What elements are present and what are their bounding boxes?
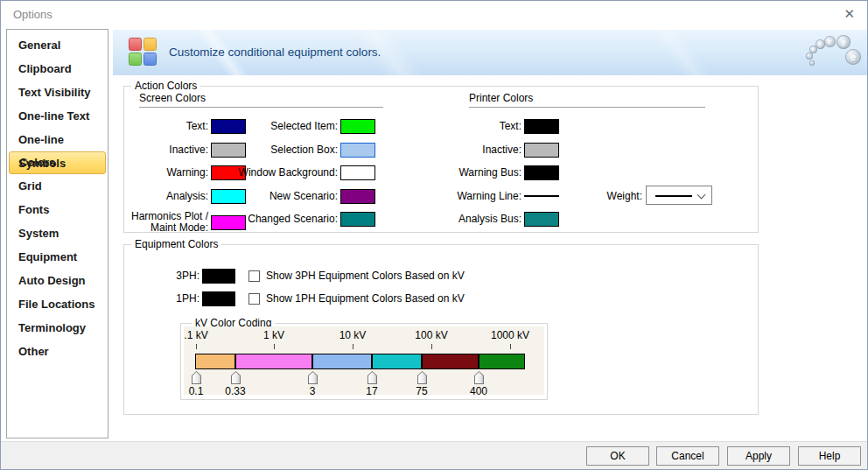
printer-row-warning-bus: Warning Bus: bbox=[448, 165, 559, 180]
sidebar-item-general[interactable]: General bbox=[7, 33, 108, 57]
screen-label-analysis: Analysis: bbox=[124, 191, 208, 202]
kv-marker-value-0-33: 0.33 bbox=[218, 385, 253, 397]
window-title: Options bbox=[13, 8, 52, 21]
kv-segment-5 bbox=[423, 354, 480, 368]
weight-label: Weight: bbox=[596, 190, 642, 202]
sidebar-item-one-line-text[interactable]: One-line Text bbox=[7, 104, 108, 128]
checkbox-show-1ph-equipment-colors-based-on-kv[interactable] bbox=[248, 293, 260, 305]
equipment-label-3ph: 3PH: bbox=[124, 270, 200, 282]
weight-dropdown[interactable] bbox=[646, 186, 712, 205]
sidebar-item-fonts[interactable]: Fonts bbox=[7, 198, 108, 221]
printer-colors-divider bbox=[469, 107, 705, 108]
checkbox-label-show-1ph-equipment-colors-based-on-kv: Show 1PH Equipment Colors Based on kV bbox=[266, 292, 465, 305]
e-bubble-icon bbox=[806, 53, 813, 60]
kv-marker-value-0-1: 0.1 bbox=[178, 385, 214, 397]
screen-row-new-scenario: New Scenario: bbox=[228, 188, 375, 204]
warning-line-sample bbox=[524, 195, 559, 197]
screen-label-new-scenario: New Scenario: bbox=[228, 191, 338, 202]
sidebar-item-grid[interactable]: Grid bbox=[7, 174, 108, 198]
apply-button[interactable]: Apply bbox=[727, 446, 790, 466]
sidebar-item-text-visibility[interactable]: Text Visibility bbox=[7, 81, 108, 104]
sidebar-item-file-locations[interactable]: File Locations bbox=[7, 292, 108, 316]
sidebar-item-equipment[interactable]: Equipment bbox=[7, 245, 108, 269]
kv-axis-tick bbox=[274, 344, 275, 349]
amber-square-icon bbox=[144, 38, 157, 51]
sidebar-item-other[interactable]: Other bbox=[7, 340, 108, 363]
kv-segment-4 bbox=[373, 354, 423, 368]
cancel-button[interactable]: Cancel bbox=[656, 446, 719, 466]
kv-marker-0-1[interactable] bbox=[192, 371, 201, 384]
sidebar-item-one-line-symbols[interactable]: One-line Symbols bbox=[7, 128, 108, 151]
screen-swatch-window-background[interactable] bbox=[340, 165, 375, 180]
e-bubble-icon: e bbox=[845, 49, 861, 65]
kv-marker-3[interactable] bbox=[308, 371, 318, 384]
sidebar-item-clipboard[interactable]: Clipboard bbox=[7, 57, 108, 81]
screen-swatch-selected-item[interactable] bbox=[340, 119, 375, 134]
kv-segment-1 bbox=[196, 354, 236, 368]
screen-label-selection-box: Selection Box: bbox=[228, 144, 338, 156]
printer-swatch-text[interactable] bbox=[524, 119, 559, 134]
kv-marker-value-400: 400 bbox=[461, 385, 496, 397]
printer-colors-heading: Printer Colors bbox=[469, 92, 533, 104]
banner-streak bbox=[638, 30, 735, 75]
screen-row-selected-item: Selected Item: bbox=[228, 118, 375, 134]
screen-label-harmonics-plot-maint-mode: Harmonics Plot / Maint Mode: bbox=[124, 211, 208, 234]
blue-square-icon bbox=[144, 53, 157, 66]
equipment-swatch-3ph[interactable] bbox=[202, 269, 235, 284]
printer-row-inactive: Inactive: bbox=[448, 142, 559, 158]
screen-colors-divider bbox=[139, 107, 383, 108]
sidebar: GeneralClipboardText VisibilityOne-line … bbox=[6, 29, 108, 438]
e-bubble-icon: e bbox=[836, 35, 850, 49]
kv-marker-0-33[interactable] bbox=[231, 371, 241, 384]
kv-marker-400[interactable] bbox=[474, 371, 484, 384]
e-bubble-icon bbox=[809, 60, 815, 66]
e-bubble-icon: e bbox=[824, 36, 836, 47]
sidebar-item-auto-design[interactable]: Auto Design bbox=[7, 269, 108, 292]
kv-axis-label-1000-kv: 1000 kV bbox=[482, 329, 538, 341]
printer-row-text: Text: bbox=[448, 118, 559, 134]
screen-swatch-selection-box[interactable] bbox=[340, 143, 375, 158]
printer-swatch-inactive[interactable] bbox=[524, 143, 559, 158]
close-icon[interactable]: ✕ bbox=[844, 7, 855, 21]
printer-row-warning-line: Warning Line: bbox=[448, 188, 559, 204]
screen-label-text: Text: bbox=[124, 121, 208, 132]
equipment-swatch-1ph[interactable] bbox=[202, 291, 235, 306]
kv-axis-tick bbox=[431, 344, 432, 349]
screen-label-changed-scenario: Changed Scenario: bbox=[228, 214, 338, 225]
action-colors-legend: Action Colors bbox=[131, 80, 200, 92]
header-banner: Customize conditional equipment colors. … bbox=[113, 30, 868, 75]
ok-button[interactable]: OK bbox=[586, 446, 649, 466]
screen-label-selected-item: Selected Item: bbox=[228, 121, 338, 132]
line-weight-sample bbox=[655, 195, 692, 197]
banner-text: Customize conditional equipment colors. bbox=[169, 46, 381, 59]
screen-label-window-background: Window Background: bbox=[228, 167, 338, 179]
printer-swatch-analysis-bus[interactable] bbox=[524, 212, 559, 227]
kv-axis-label-1-kv: .1 kV bbox=[168, 329, 224, 341]
kv-segment-2 bbox=[236, 354, 313, 368]
chevron-down-icon bbox=[697, 191, 706, 200]
kv-marker-75[interactable] bbox=[417, 371, 427, 384]
kv-axis-tick bbox=[510, 344, 511, 349]
checkbox-label-show-3ph-equipment-colors-based-on-kv: Show 3PH Equipment Colors Based on kV bbox=[266, 270, 465, 282]
printer-label-warning-bus: Warning Bus: bbox=[448, 167, 522, 179]
printer-row-analysis-bus: Analysis Bus: bbox=[448, 211, 559, 227]
kv-axis-label-1-kv: 1 kV bbox=[246, 329, 302, 341]
red-square-icon bbox=[129, 38, 142, 51]
kv-marker-17[interactable] bbox=[368, 371, 377, 384]
printer-label-analysis-bus: Analysis Bus: bbox=[448, 214, 522, 225]
color-grid-icon bbox=[129, 38, 158, 67]
screen-row-changed-scenario: Changed Scenario: bbox=[228, 211, 375, 227]
screen-swatch-new-scenario[interactable] bbox=[340, 189, 375, 204]
sidebar-item-system[interactable]: System bbox=[7, 221, 108, 245]
kv-axis-tick bbox=[196, 344, 197, 349]
sidebar-item-terminology[interactable]: Terminology bbox=[7, 316, 108, 340]
screen-label-inactive: Inactive: bbox=[124, 144, 208, 156]
screen-label-warning: Warning: bbox=[124, 167, 208, 179]
checkbox-show-3ph-equipment-colors-based-on-kv[interactable] bbox=[248, 270, 260, 282]
printer-swatch-warning-bus[interactable] bbox=[524, 165, 559, 180]
kv-axis-label-100-kv: 100 kV bbox=[403, 329, 459, 341]
help-button[interactable]: Help bbox=[798, 446, 861, 466]
kv-segment-6 bbox=[480, 354, 524, 368]
printer-label-text: Text: bbox=[448, 121, 522, 132]
screen-swatch-changed-scenario[interactable] bbox=[340, 212, 375, 227]
